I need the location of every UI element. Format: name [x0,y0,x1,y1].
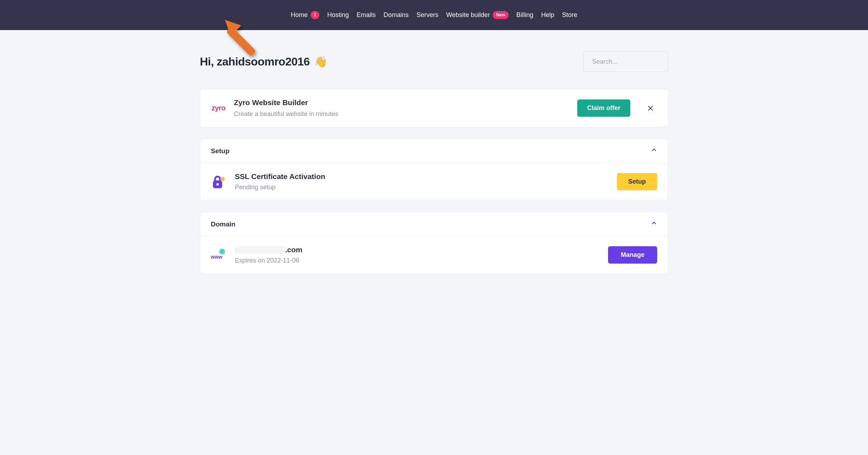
search-input[interactable] [592,58,674,65]
nav-label: Help [541,11,554,19]
search-box[interactable] [583,51,668,72]
top-nav: Home 1 Hosting Emails Domains Servers We… [0,0,868,30]
greeting-username: zahidsoomro2016 [217,55,310,68]
nav-new-badge: New [493,11,509,19]
domain-expiry: Expires on 2022-11-06 [235,257,600,264]
domain-row-body: .com Expires on 2022-11-06 [235,246,600,264]
ssl-row: SSL Certificate Activation Pending setup… [200,163,668,200]
claim-offer-button[interactable]: Claim offer [577,99,630,117]
chevron-up-icon [651,220,657,226]
nav-label: Website builder [446,11,490,19]
page-header: Hi, zahidsoomro2016 👋 [200,51,668,72]
domain-section-header[interactable]: Domain [200,212,668,236]
nav-home[interactable]: Home 1 [291,11,319,19]
ssl-lock-icon [211,174,226,190]
nav-help[interactable]: Help [541,11,554,19]
greeting-prefix: Hi, [200,55,217,68]
nav-label: Home [291,11,308,19]
collapse-domain-toggle[interactable] [651,220,657,228]
nav-label: Servers [416,11,438,19]
manage-domain-button[interactable]: Manage [608,246,657,264]
nav-label: Emails [357,11,376,19]
close-promo-button[interactable] [644,102,656,114]
ssl-row-body: SSL Certificate Activation Pending setup [235,172,608,191]
nav-label: Billing [516,11,533,19]
nav-label: Hosting [327,11,349,19]
ssl-subtitle: Pending setup [235,184,608,191]
section-title: Setup [211,147,230,155]
section-title: Domain [211,220,236,228]
nav-billing[interactable]: Billing [516,11,533,19]
nav-emails[interactable]: Emails [357,11,376,19]
collapse-setup-toggle[interactable] [651,147,657,155]
chevron-up-icon [651,147,657,153]
setup-section: Setup SSL Certificate Activation Pending… [200,139,668,201]
www-globe-icon: www [211,247,226,263]
redacted-domain-icon [235,246,284,254]
wave-emoji-icon: 👋 [314,56,327,68]
promo-text: Zyro Website Builder Create a beautiful … [234,98,569,118]
close-icon [647,104,654,112]
nav-label: Domains [383,11,409,19]
nav-website-builder[interactable]: Website builder New [446,11,508,19]
nav-servers[interactable]: Servers [416,11,438,19]
setup-section-header[interactable]: Setup [200,139,668,163]
nav-hosting[interactable]: Hosting [327,11,349,19]
page-container: Hi, zahidsoomro2016 👋 zyro Zyro Website … [183,30,685,299]
nav-label: Store [562,11,577,19]
nav-domains[interactable]: Domains [383,11,409,19]
domain-name: .com [235,246,600,254]
domain-section: Domain www .com Expires on 2022-11-06 [200,212,668,274]
svg-text:www: www [211,254,222,260]
domain-suffix: .com [285,246,302,254]
svg-point-7 [216,183,219,185]
domain-row: www .com Expires on 2022-11-06 Manage [200,236,668,273]
promo-title: Zyro Website Builder [234,98,569,107]
nav-home-badge: 1 [311,11,319,19]
ssl-setup-button[interactable]: Setup [617,173,657,190]
greeting: Hi, zahidsoomro2016 👋 [200,55,327,68]
nav-store[interactable]: Store [562,11,577,19]
promo-card: zyro Zyro Website Builder Create a beaut… [200,89,668,127]
promo-subtitle: Create a beautiful website in minutes [234,110,569,118]
svg-point-9 [219,249,225,254]
ssl-title: SSL Certificate Activation [235,172,608,181]
zyro-logo: zyro [212,104,225,112]
svg-point-8 [220,177,225,181]
